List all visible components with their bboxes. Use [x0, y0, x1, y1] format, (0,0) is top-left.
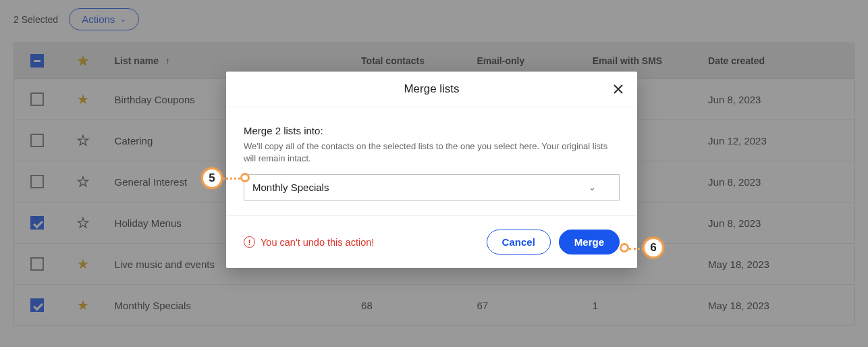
warning-text: You can't undo this action! [261, 237, 374, 248]
merge-button[interactable]: Merge [559, 230, 620, 255]
button-row: Cancel Merge [487, 230, 620, 255]
merge-prompt: Merge 2 lists into: [244, 125, 620, 136]
annotation-6: 6 [643, 237, 664, 259]
target-list-select[interactable]: Monthly Specials ⌄ [244, 174, 620, 201]
annotation-5-line [223, 178, 240, 180]
annotation-6-dot [620, 243, 629, 252]
cancel-button[interactable]: Cancel [487, 230, 551, 255]
warning-icon: ! [244, 236, 255, 248]
close-button[interactable] [610, 81, 626, 101]
dialog-footer: ! You can't undo this action! Cancel Mer… [226, 215, 637, 268]
merge-dialog: Merge lists Merge 2 lists into: We'll co… [226, 72, 637, 268]
annotation-6-line [629, 248, 644, 250]
annotation-5-dot [240, 173, 250, 182]
dialog-title: Merge lists [404, 82, 459, 96]
selected-list-value: Monthly Specials [252, 182, 329, 193]
chevron-down-icon: ⌄ [589, 182, 596, 192]
page-root: 2 Selected Actions ⌄ ★ List name ↑ [0, 0, 868, 347]
merge-description: We'll copy all of the contacts on the se… [244, 140, 620, 165]
close-icon [613, 84, 624, 95]
dialog-body: Merge 2 lists into: We'll copy all of th… [226, 107, 637, 215]
dialog-header: Merge lists [226, 72, 637, 107]
annotation-5: 5 [201, 167, 223, 189]
warning: ! You can't undo this action! [244, 236, 374, 248]
